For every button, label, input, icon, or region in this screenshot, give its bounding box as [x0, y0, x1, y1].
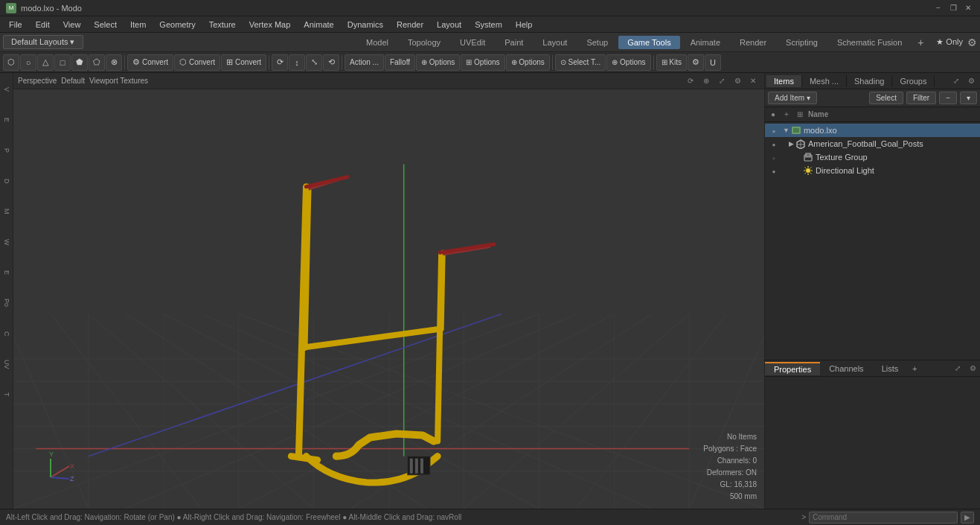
vp-fit-icon[interactable]: ⤢	[715, 74, 728, 88]
layout-tab-topology[interactable]: Topology	[399, 36, 449, 49]
left-sidebar-item-0[interactable]: V	[1, 74, 13, 104]
viewport-default-label[interactable]: Default	[61, 77, 85, 85]
vp-close-icon[interactable]: ✕	[746, 74, 760, 88]
layout-add-button[interactable]: +	[912, 34, 929, 51]
left-sidebar-item-8[interactable]: C	[1, 319, 13, 349]
layout-tab-setup[interactable]: Setup	[577, 36, 617, 49]
viewport[interactable]: Perspective Default Viewport Textures ⟳ …	[13, 73, 764, 509]
layout-tab-scripting[interactable]: Scripting	[777, 36, 827, 49]
toolbar-icon-3[interactable]: □	[54, 54, 71, 71]
layout-tab-layout[interactable]: Layout	[534, 36, 576, 49]
tab-lists[interactable]: Lists	[873, 363, 908, 375]
layout-tab-animate[interactable]: Animate	[682, 36, 729, 49]
menu-view[interactable]: View	[57, 19, 87, 31]
menu-layout[interactable]: Layout	[431, 19, 467, 31]
options-button-2[interactable]: ⊕ Options	[506, 54, 550, 71]
left-sidebar-item-2[interactable]: P	[1, 136, 13, 165]
command-input[interactable]	[809, 512, 958, 524]
transform-icon-2[interactable]: ⤡	[306, 54, 322, 71]
convert-button-0[interactable]: ⚙Convert	[127, 54, 173, 71]
left-sidebar-item-1[interactable]: E	[1, 105, 13, 135]
eye-texture-group[interactable]	[768, 151, 780, 163]
left-sidebar-item-5[interactable]: W	[1, 227, 13, 257]
eye-toggle-icon[interactable]: ●	[768, 109, 778, 120]
eye-modo-lxo[interactable]	[768, 124, 780, 136]
left-sidebar-item-7[interactable]: Po	[1, 288, 13, 318]
filter-button[interactable]: Filter	[906, 92, 936, 104]
toolbar-icon-5[interactable]: ⬠	[89, 54, 105, 71]
left-sidebar-item-6[interactable]: E	[1, 258, 13, 287]
layout-tab-game-tools[interactable]: Game Tools	[618, 36, 680, 49]
menu-geometry[interactable]: Geometry	[153, 19, 201, 31]
lower-plus-button[interactable]: +	[907, 360, 922, 377]
maximize-button[interactable]: ❐	[947, 3, 959, 13]
options-button-1[interactable]: ⊞ Options	[461, 54, 505, 71]
layout-tab-schematic-fusion[interactable]: Schematic Fusion	[828, 36, 911, 49]
toolbar-icon-1[interactable]: ○	[20, 54, 36, 71]
select-button[interactable]: Select	[869, 92, 903, 104]
toolbar-extra-1[interactable]: U	[705, 54, 721, 71]
convert-button-1[interactable]: ⬡Convert	[174, 54, 220, 71]
add-item-button[interactable]: Add Item ▾	[768, 92, 817, 104]
menu-item[interactable]: Item	[124, 19, 152, 31]
menu-edit[interactable]: Edit	[30, 19, 56, 31]
menu-texture[interactable]: Texture	[203, 19, 242, 31]
left-sidebar-item-3[interactable]: D	[1, 166, 13, 196]
layout-star-button[interactable]: ★ Only	[936, 37, 963, 47]
vp-zoom-icon[interactable]: ⊕	[699, 74, 713, 88]
layout-gear-button[interactable]: ⚙	[967, 36, 977, 48]
kits-button[interactable]: ⊞ Kits	[656, 54, 687, 71]
transform-icon-0[interactable]: ⟳	[272, 54, 288, 71]
minimize-button[interactable]: −	[932, 3, 944, 13]
eye-football-goal[interactable]	[768, 138, 780, 150]
left-sidebar-item-4[interactable]: M	[1, 197, 13, 226]
action-button[interactable]: Action ...	[345, 54, 384, 71]
options-button-extra[interactable]: ⊕ Options	[606, 54, 650, 71]
layer-icon[interactable]: ⊞	[795, 109, 805, 120]
menu-help[interactable]: Help	[510, 19, 539, 31]
toolbar-icon-0[interactable]: ⬡	[3, 54, 19, 71]
toolbar-icon-4[interactable]: ⬟	[71, 54, 88, 71]
viewport-textures-label[interactable]: Viewport Textures	[89, 77, 148, 85]
item-directional-light[interactable]: ▶ Directional Light	[765, 164, 980, 177]
expand-football-goal[interactable]: ▶	[789, 140, 794, 147]
transform-icon-3[interactable]: ⟲	[323, 54, 339, 71]
layout-tab-render[interactable]: Render	[731, 36, 775, 49]
tab-channels[interactable]: Channels	[820, 363, 872, 375]
left-sidebar-item-10[interactable]: T	[1, 380, 13, 410]
tab-shading[interactable]: Shading	[847, 75, 892, 87]
command-go-button[interactable]: ▶	[961, 512, 974, 524]
layout-tab-uvedit[interactable]: UVEdit	[451, 36, 494, 49]
viewport-perspective-label[interactable]: Perspective	[18, 77, 57, 85]
tab-groups[interactable]: Groups	[892, 75, 935, 87]
toolbar-icon-6[interactable]: ⊗	[106, 54, 122, 71]
lower-expand-icon[interactable]: ⤢	[950, 360, 965, 377]
menu-file[interactable]: File	[3, 19, 28, 31]
panel-settings-icon[interactable]: ⚙	[964, 73, 979, 89]
item-football-goal[interactable]: ▶ American_Football_Goal_Posts	[765, 137, 980, 150]
eye-directional-light[interactable]	[768, 165, 780, 176]
item-modo-lxo[interactable]: ▼ modo.lxo	[765, 124, 980, 137]
falloff-button[interactable]: Falloff	[385, 54, 415, 71]
panel-minus-button[interactable]: −	[939, 92, 957, 104]
expand-modo-lxo[interactable]: ▼	[783, 127, 790, 134]
toolbar-extra-0[interactable]: ⚙	[688, 54, 704, 71]
menu-select[interactable]: Select	[88, 19, 123, 31]
panel-filter-down-button[interactable]: ▾	[960, 92, 977, 104]
menu-vertex-map[interactable]: Vertex Map	[243, 19, 297, 31]
transform-icon-1[interactable]: ↕	[289, 54, 305, 71]
left-sidebar-item-9[interactable]: UV	[1, 349, 13, 379]
layout-tab-paint[interactable]: Paint	[496, 36, 532, 49]
menu-system[interactable]: System	[469, 19, 508, 31]
lower-settings-icon[interactable]: ⚙	[965, 360, 980, 377]
close-button[interactable]: ✕	[962, 3, 974, 13]
tab-properties[interactable]: Properties	[765, 362, 820, 375]
menu-render[interactable]: Render	[391, 19, 429, 31]
convert-button-2[interactable]: ⊞Convert	[221, 54, 266, 71]
menu-dynamics[interactable]: Dynamics	[342, 19, 389, 31]
options-button-0[interactable]: ⊕ Options	[416, 54, 460, 71]
vp-rotate-icon[interactable]: ⟳	[684, 74, 697, 88]
tab-mesh[interactable]: Mesh ...	[802, 75, 847, 87]
menu-animate[interactable]: Animate	[298, 19, 339, 31]
item-texture-group[interactable]: ▶ Texture Group	[765, 150, 980, 164]
